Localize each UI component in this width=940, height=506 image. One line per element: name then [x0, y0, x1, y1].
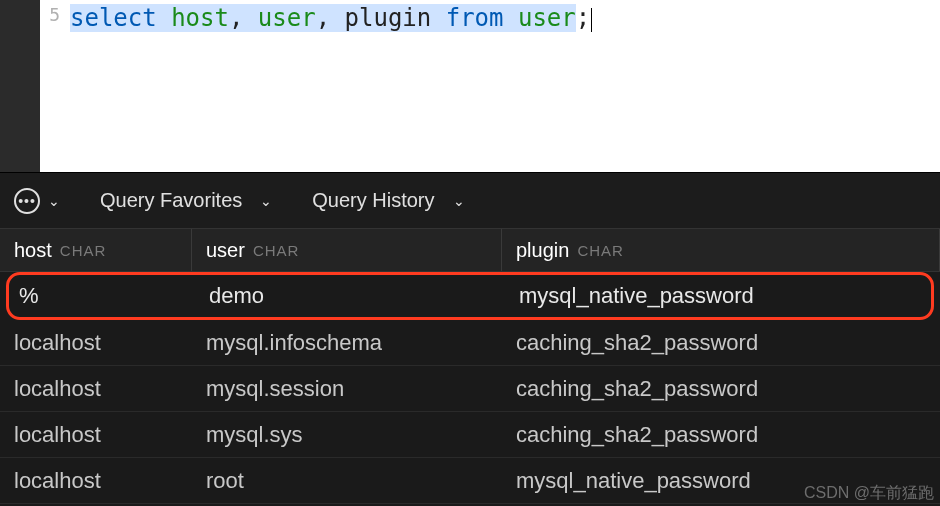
query-history-label: Query History [312, 189, 434, 212]
cell-user: mysql.session [192, 376, 502, 402]
column-header-user[interactable]: user CHAR [192, 229, 502, 271]
chevron-down-icon: ⌄ [48, 193, 60, 209]
cell-user: demo [195, 283, 505, 309]
cell-host: localhost [0, 330, 192, 356]
ident-host: host [171, 4, 229, 32]
sql-editor[interactable]: 5 select host, user, plugin from user; [0, 0, 940, 172]
chevron-down-icon: ⌄ [260, 193, 272, 209]
cell-host: localhost [0, 376, 192, 402]
more-menu-button[interactable]: ••• ⌄ [14, 188, 60, 214]
ident-user: user [258, 4, 316, 32]
chevron-down-icon: ⌄ [453, 193, 465, 209]
query-favorites-label: Query Favorites [100, 189, 242, 212]
cell-plugin: mysql_native_password [505, 283, 931, 309]
cell-host: % [9, 283, 195, 309]
cell-user: root [192, 468, 502, 494]
cell-plugin: caching_sha2_password [502, 376, 940, 402]
sql-code-line[interactable]: select host, user, plugin from user; [70, 0, 592, 172]
table-row[interactable]: localhost mysql.infoschema caching_sha2_… [0, 320, 940, 366]
text-cursor [591, 8, 592, 32]
cell-plugin: caching_sha2_password [502, 422, 940, 448]
line-gutter: 5 [40, 0, 70, 172]
table-row[interactable]: localhost mysql.sys caching_sha2_passwor… [0, 412, 940, 458]
cell-host: localhost [0, 468, 192, 494]
cell-host: localhost [0, 422, 192, 448]
ident-plugin: plugin [345, 4, 446, 32]
kw-select: select [70, 4, 157, 32]
table-row[interactable]: % demo mysql_native_password [6, 272, 934, 320]
cell-user: mysql.sys [192, 422, 502, 448]
query-history-dropdown[interactable]: Query History ⌄ [312, 189, 464, 212]
results-header: host CHAR user CHAR plugin CHAR [0, 228, 940, 272]
query-favorites-dropdown[interactable]: Query Favorites ⌄ [100, 189, 272, 212]
table-row[interactable]: localhost mysql.session caching_sha2_pas… [0, 366, 940, 412]
cell-user: mysql.infoschema [192, 330, 502, 356]
results-toolbar: ••• ⌄ Query Favorites ⌄ Query History ⌄ [0, 172, 940, 228]
kw-from: from [446, 4, 504, 32]
results-body: % demo mysql_native_password localhost m… [0, 272, 940, 504]
cell-plugin: caching_sha2_password [502, 330, 940, 356]
ident-user-table: user [518, 4, 576, 32]
cell-plugin: mysql_native_password [502, 468, 940, 494]
table-row[interactable]: localhost root mysql_native_password [0, 458, 940, 504]
column-header-plugin[interactable]: plugin CHAR [502, 229, 940, 271]
line-number: 5 [49, 4, 60, 25]
column-header-host[interactable]: host CHAR [0, 229, 192, 271]
more-icon: ••• [14, 188, 40, 214]
